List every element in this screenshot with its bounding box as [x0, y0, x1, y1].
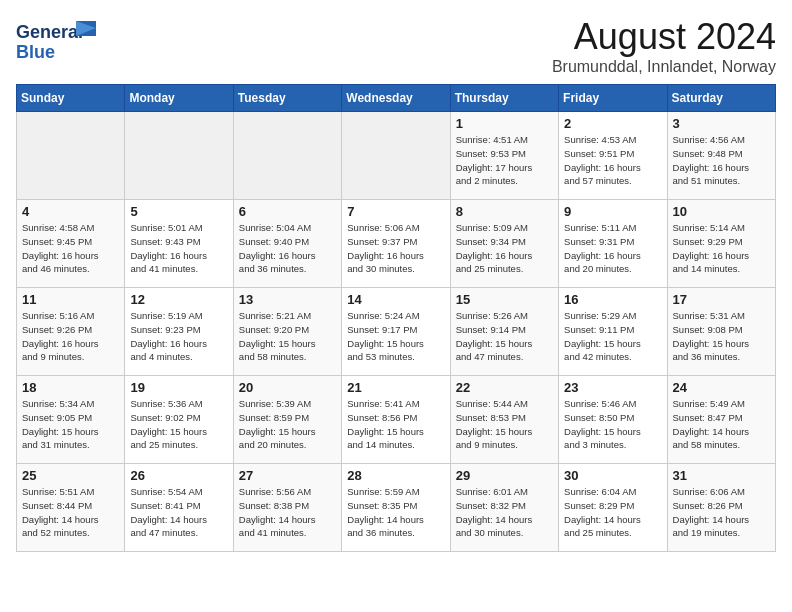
day-info: Sunrise: 4:56 AM Sunset: 9:48 PM Dayligh… [673, 133, 770, 188]
calendar-week-row: 11Sunrise: 5:16 AM Sunset: 9:26 PM Dayli… [17, 288, 776, 376]
calendar-cell: 18Sunrise: 5:34 AM Sunset: 9:05 PM Dayli… [17, 376, 125, 464]
calendar-cell: 24Sunrise: 5:49 AM Sunset: 8:47 PM Dayli… [667, 376, 775, 464]
logo: General Blue [16, 16, 106, 66]
day-number: 14 [347, 292, 444, 307]
day-info: Sunrise: 5:46 AM Sunset: 8:50 PM Dayligh… [564, 397, 661, 452]
calendar-cell: 15Sunrise: 5:26 AM Sunset: 9:14 PM Dayli… [450, 288, 558, 376]
calendar-cell: 2Sunrise: 4:53 AM Sunset: 9:51 PM Daylig… [559, 112, 667, 200]
calendar-week-row: 1Sunrise: 4:51 AM Sunset: 9:53 PM Daylig… [17, 112, 776, 200]
day-number: 12 [130, 292, 227, 307]
calendar-cell: 30Sunrise: 6:04 AM Sunset: 8:29 PM Dayli… [559, 464, 667, 552]
day-number: 11 [22, 292, 119, 307]
day-info: Sunrise: 5:21 AM Sunset: 9:20 PM Dayligh… [239, 309, 336, 364]
day-info: Sunrise: 5:16 AM Sunset: 9:26 PM Dayligh… [22, 309, 119, 364]
month-title: August 2024 [552, 16, 776, 58]
calendar-cell [342, 112, 450, 200]
day-info: Sunrise: 5:26 AM Sunset: 9:14 PM Dayligh… [456, 309, 553, 364]
svg-text:Blue: Blue [16, 42, 55, 62]
calendar-cell: 31Sunrise: 6:06 AM Sunset: 8:26 PM Dayli… [667, 464, 775, 552]
calendar-cell: 1Sunrise: 4:51 AM Sunset: 9:53 PM Daylig… [450, 112, 558, 200]
calendar-cell: 4Sunrise: 4:58 AM Sunset: 9:45 PM Daylig… [17, 200, 125, 288]
day-number: 9 [564, 204, 661, 219]
day-info: Sunrise: 5:54 AM Sunset: 8:41 PM Dayligh… [130, 485, 227, 540]
calendar-week-row: 25Sunrise: 5:51 AM Sunset: 8:44 PM Dayli… [17, 464, 776, 552]
day-number: 10 [673, 204, 770, 219]
weekday-header-thursday: Thursday [450, 85, 558, 112]
day-number: 8 [456, 204, 553, 219]
day-info: Sunrise: 5:01 AM Sunset: 9:43 PM Dayligh… [130, 221, 227, 276]
day-info: Sunrise: 5:56 AM Sunset: 8:38 PM Dayligh… [239, 485, 336, 540]
calendar-header-row: SundayMondayTuesdayWednesdayThursdayFrid… [17, 85, 776, 112]
day-info: Sunrise: 5:59 AM Sunset: 8:35 PM Dayligh… [347, 485, 444, 540]
day-info: Sunrise: 5:49 AM Sunset: 8:47 PM Dayligh… [673, 397, 770, 452]
day-number: 7 [347, 204, 444, 219]
calendar-cell: 11Sunrise: 5:16 AM Sunset: 9:26 PM Dayli… [17, 288, 125, 376]
day-info: Sunrise: 4:51 AM Sunset: 9:53 PM Dayligh… [456, 133, 553, 188]
day-number: 27 [239, 468, 336, 483]
day-number: 3 [673, 116, 770, 131]
day-number: 30 [564, 468, 661, 483]
calendar-cell: 19Sunrise: 5:36 AM Sunset: 9:02 PM Dayli… [125, 376, 233, 464]
calendar-cell [233, 112, 341, 200]
day-number: 13 [239, 292, 336, 307]
calendar-cell: 27Sunrise: 5:56 AM Sunset: 8:38 PM Dayli… [233, 464, 341, 552]
day-number: 31 [673, 468, 770, 483]
day-number: 6 [239, 204, 336, 219]
day-info: Sunrise: 5:29 AM Sunset: 9:11 PM Dayligh… [564, 309, 661, 364]
day-number: 28 [347, 468, 444, 483]
calendar-cell: 20Sunrise: 5:39 AM Sunset: 8:59 PM Dayli… [233, 376, 341, 464]
calendar-cell: 9Sunrise: 5:11 AM Sunset: 9:31 PM Daylig… [559, 200, 667, 288]
day-number: 19 [130, 380, 227, 395]
day-number: 15 [456, 292, 553, 307]
day-number: 16 [564, 292, 661, 307]
day-info: Sunrise: 6:01 AM Sunset: 8:32 PM Dayligh… [456, 485, 553, 540]
day-number: 22 [456, 380, 553, 395]
calendar-cell: 13Sunrise: 5:21 AM Sunset: 9:20 PM Dayli… [233, 288, 341, 376]
day-info: Sunrise: 5:34 AM Sunset: 9:05 PM Dayligh… [22, 397, 119, 452]
calendar-body: 1Sunrise: 4:51 AM Sunset: 9:53 PM Daylig… [17, 112, 776, 552]
day-number: 23 [564, 380, 661, 395]
day-info: Sunrise: 5:51 AM Sunset: 8:44 PM Dayligh… [22, 485, 119, 540]
day-info: Sunrise: 6:04 AM Sunset: 8:29 PM Dayligh… [564, 485, 661, 540]
day-info: Sunrise: 5:44 AM Sunset: 8:53 PM Dayligh… [456, 397, 553, 452]
day-info: Sunrise: 5:11 AM Sunset: 9:31 PM Dayligh… [564, 221, 661, 276]
calendar-cell [17, 112, 125, 200]
calendar-cell: 22Sunrise: 5:44 AM Sunset: 8:53 PM Dayli… [450, 376, 558, 464]
calendar-cell: 16Sunrise: 5:29 AM Sunset: 9:11 PM Dayli… [559, 288, 667, 376]
calendar-cell: 23Sunrise: 5:46 AM Sunset: 8:50 PM Dayli… [559, 376, 667, 464]
calendar-cell: 28Sunrise: 5:59 AM Sunset: 8:35 PM Dayli… [342, 464, 450, 552]
day-info: Sunrise: 6:06 AM Sunset: 8:26 PM Dayligh… [673, 485, 770, 540]
day-info: Sunrise: 5:24 AM Sunset: 9:17 PM Dayligh… [347, 309, 444, 364]
weekday-header-sunday: Sunday [17, 85, 125, 112]
day-number: 17 [673, 292, 770, 307]
calendar-cell: 3Sunrise: 4:56 AM Sunset: 9:48 PM Daylig… [667, 112, 775, 200]
day-number: 5 [130, 204, 227, 219]
weekday-header-tuesday: Tuesday [233, 85, 341, 112]
day-info: Sunrise: 5:36 AM Sunset: 9:02 PM Dayligh… [130, 397, 227, 452]
calendar-cell: 5Sunrise: 5:01 AM Sunset: 9:43 PM Daylig… [125, 200, 233, 288]
calendar-week-row: 18Sunrise: 5:34 AM Sunset: 9:05 PM Dayli… [17, 376, 776, 464]
day-number: 25 [22, 468, 119, 483]
day-number: 26 [130, 468, 227, 483]
calendar-cell: 6Sunrise: 5:04 AM Sunset: 9:40 PM Daylig… [233, 200, 341, 288]
svg-text:General: General [16, 22, 83, 42]
calendar-week-row: 4Sunrise: 4:58 AM Sunset: 9:45 PM Daylig… [17, 200, 776, 288]
weekday-header-friday: Friday [559, 85, 667, 112]
logo-image: General Blue [16, 16, 106, 66]
weekday-header-saturday: Saturday [667, 85, 775, 112]
day-number: 1 [456, 116, 553, 131]
day-number: 24 [673, 380, 770, 395]
day-number: 20 [239, 380, 336, 395]
calendar-cell: 21Sunrise: 5:41 AM Sunset: 8:56 PM Dayli… [342, 376, 450, 464]
calendar-cell: 25Sunrise: 5:51 AM Sunset: 8:44 PM Dayli… [17, 464, 125, 552]
day-info: Sunrise: 5:31 AM Sunset: 9:08 PM Dayligh… [673, 309, 770, 364]
title-area: August 2024 Brumunddal, Innlandet, Norwa… [552, 16, 776, 76]
day-info: Sunrise: 5:09 AM Sunset: 9:34 PM Dayligh… [456, 221, 553, 276]
calendar-table: SundayMondayTuesdayWednesdayThursdayFrid… [16, 84, 776, 552]
calendar-cell: 14Sunrise: 5:24 AM Sunset: 9:17 PM Dayli… [342, 288, 450, 376]
day-number: 2 [564, 116, 661, 131]
weekday-header-wednesday: Wednesday [342, 85, 450, 112]
calendar-cell: 7Sunrise: 5:06 AM Sunset: 9:37 PM Daylig… [342, 200, 450, 288]
day-info: Sunrise: 4:53 AM Sunset: 9:51 PM Dayligh… [564, 133, 661, 188]
calendar-cell [125, 112, 233, 200]
